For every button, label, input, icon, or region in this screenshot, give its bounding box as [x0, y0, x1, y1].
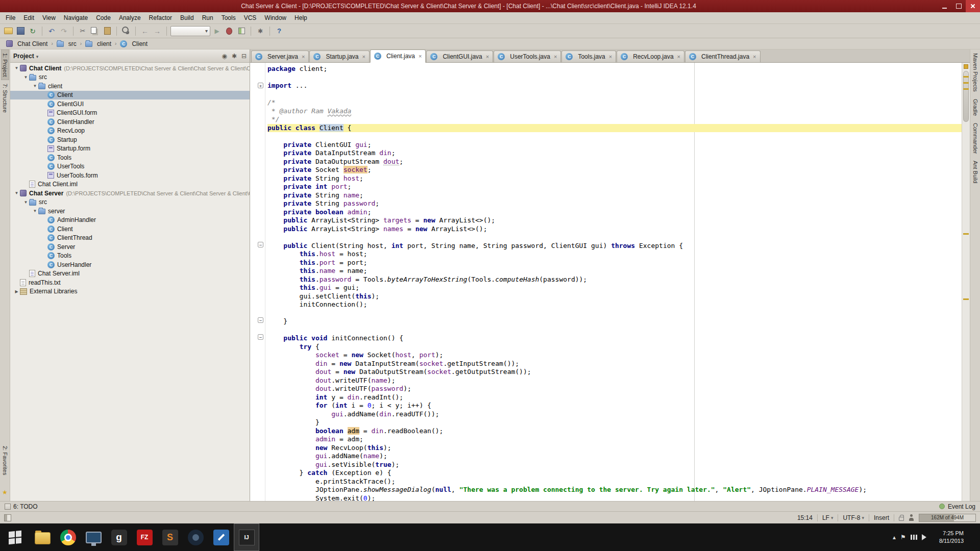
code-line[interactable]: private String name; [267, 191, 962, 200]
code-line[interactable] [267, 73, 962, 82]
editor-scrollbar[interactable] [962, 63, 970, 501]
code-line[interactable]: din = new DataInputStream(socket.getInpu… [267, 360, 962, 368]
code-line[interactable]: private DataInputStream din; [267, 149, 962, 158]
code-line[interactable]: admin = adm; [267, 435, 962, 444]
tree-item-startup-form[interactable]: Startup.form [10, 144, 250, 154]
tree-item-clienthandler[interactable]: CClientHandler [10, 117, 250, 127]
close-tab-icon[interactable]: × [302, 54, 305, 60]
code-line[interactable]: JOptionPane.showMessageDialog(null, "The… [267, 486, 962, 494]
breadcrumb-item-chat-client[interactable]: Chat Client [4, 40, 50, 47]
tree-expander-icon[interactable]: ▼ [32, 84, 38, 88]
code-line[interactable]: } [267, 418, 962, 427]
tree-item-clientgui[interactable]: CClientGUI [10, 99, 250, 109]
tab-server-java[interactable]: CServer.java× [251, 51, 309, 62]
menu-code[interactable]: Code [92, 13, 115, 23]
run-icon[interactable] [211, 26, 223, 37]
tree-expander-icon[interactable]: ▼ [22, 200, 29, 205]
code-line[interactable]: import ... [267, 82, 962, 90]
close-tab-icon[interactable]: × [486, 54, 489, 60]
close-tab-icon[interactable]: × [609, 54, 612, 60]
menu-navigate[interactable]: Navigate [60, 13, 92, 23]
network-icon[interactable] [911, 535, 917, 540]
breadcrumb-item-client[interactable]: CClient [118, 40, 150, 47]
code-line[interactable]: new RecvLoop(this); [267, 444, 962, 453]
tool-button-1-project[interactable]: 1: Project [1, 49, 9, 80]
tree-item-readthis-txt[interactable]: readThis.txt [10, 278, 250, 287]
tool-button-2-favorites[interactable]: 2: Favorites [1, 442, 9, 479]
tab-usertools-java[interactable]: CUserTools.java× [494, 51, 561, 62]
code-editor[interactable]: package client;import .../* * @author Ra… [265, 63, 962, 501]
taskbar-button-explorer[interactable] [30, 523, 55, 551]
code-line[interactable] [267, 233, 962, 242]
code-line[interactable]: public ArrayList<String> names = new Arr… [267, 225, 962, 234]
tree-item-userhandler[interactable]: CUserHandler [10, 260, 250, 269]
todo-tool-button[interactable]: 6: TODO [5, 503, 38, 510]
start-button[interactable] [0, 523, 30, 551]
tree-item-clientgui-form[interactable]: ClientGUI.form [10, 109, 250, 118]
locate-file-icon[interactable] [222, 53, 227, 60]
code-line[interactable]: private DataOutputStream dout; [267, 158, 962, 166]
close-button[interactable] [966, 0, 980, 12]
code-line[interactable]: this.host = host; [267, 250, 962, 259]
collapse-all-icon[interactable] [241, 53, 247, 60]
taskbar-button-filezilla[interactable]: FZ [132, 523, 157, 551]
panel-settings-icon[interactable] [232, 53, 237, 60]
tree-item-recvloop[interactable]: CRecvLoop [10, 127, 250, 136]
flag-icon[interactable] [900, 534, 906, 541]
taskbar-button-intellij[interactable]: IJ [234, 523, 259, 551]
tab-clientthread-java[interactable]: CClientThread.java× [685, 51, 761, 62]
menu-refactor[interactable]: Refactor [145, 13, 176, 23]
menu-build[interactable]: Build [176, 13, 198, 23]
code-line[interactable]: */ [267, 115, 962, 124]
search-icon[interactable] [120, 26, 132, 37]
open-icon[interactable] [3, 26, 14, 37]
code-line[interactable]: private Socket socket; [267, 166, 962, 174]
settings-icon[interactable] [255, 26, 266, 37]
code-line[interactable]: private String password; [267, 199, 962, 208]
tree-item-client[interactable]: CClient [10, 91, 250, 100]
code-line[interactable]: e.printStackTrace(); [267, 478, 962, 486]
code-line[interactable]: gui.addName(name); [267, 452, 962, 461]
code-line[interactable] [267, 90, 962, 99]
tab-tools-java[interactable]: CTools.java× [561, 51, 616, 62]
chevron-up-icon[interactable] [893, 534, 896, 541]
code-line[interactable]: gui.setClient(this); [267, 292, 962, 301]
tree-expander-icon[interactable]: ▼ [32, 209, 38, 213]
scrollbar-thumb[interactable] [963, 71, 969, 122]
tree-item-src[interactable]: ▼src [10, 73, 250, 82]
fold-minus-icon[interactable]: − [258, 317, 263, 323]
tab-clientgui-java[interactable]: CClientGUI.java× [426, 51, 493, 62]
toolwindow-switcher-icon[interactable] [4, 514, 11, 521]
code-line[interactable]: for (int i = 0; i < y; i++) { [267, 402, 962, 410]
tree-item-chat-client-iml[interactable]: Chat Client.iml [10, 180, 250, 189]
tree-item-server[interactable]: ▼server [10, 207, 250, 216]
code-line[interactable]: } catch (Exception e) { [267, 469, 962, 478]
code-line[interactable] [267, 326, 962, 335]
close-tab-icon[interactable]: × [554, 54, 557, 60]
coverage-icon[interactable] [236, 26, 247, 37]
tool-button-ant-build[interactable]: Ant Build [971, 157, 979, 187]
fold-minus-icon[interactable]: − [258, 334, 263, 340]
tool-button-gradle[interactable]: Gradle [971, 95, 979, 119]
redo-icon[interactable] [58, 26, 69, 37]
encoding-indicator[interactable]: UTF-8 [843, 514, 864, 521]
tree-expander-icon[interactable]: ▼ [22, 75, 29, 80]
code-line[interactable]: /* [267, 98, 962, 107]
code-line[interactable]: gui.setVisible(true); [267, 461, 962, 469]
code-line[interactable]: public void initConnection() { [267, 334, 962, 343]
code-line[interactable]: public ArrayList<String> targets = new A… [267, 216, 962, 225]
menu-run[interactable]: Run [198, 13, 217, 23]
taskbar-button-gimp[interactable]: g [106, 523, 132, 551]
tree-item-client[interactable]: CClient [10, 224, 250, 234]
code-line[interactable]: public Client(String host, int port, Str… [267, 242, 962, 251]
code-line[interactable]: try { [267, 343, 962, 352]
undo-icon[interactable] [46, 26, 57, 37]
tree-item-clientthread[interactable]: CClientThread [10, 234, 250, 243]
close-tab-icon[interactable]: × [362, 54, 365, 60]
tool-button-commander[interactable]: Commander [971, 119, 979, 158]
code-line[interactable]: * @author Ram Vakada [267, 107, 962, 116]
tree-item-client[interactable]: ▼client [10, 82, 250, 91]
hector-inspector-icon[interactable] [909, 514, 914, 521]
code-line[interactable]: dout = new DataOutputStream(socket.getOu… [267, 368, 962, 377]
tool-button-7-structure[interactable]: 7: Structure [1, 80, 9, 116]
